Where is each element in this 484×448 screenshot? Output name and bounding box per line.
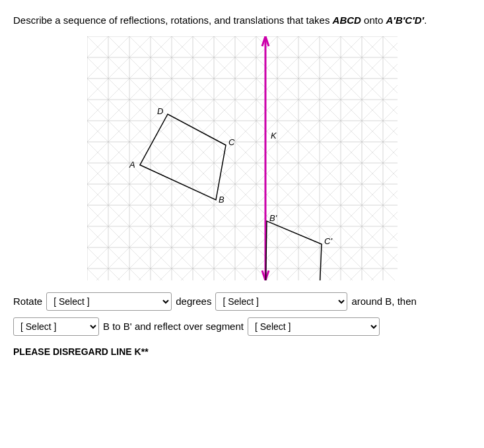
question-line3: .	[424, 15, 427, 26]
graph-container	[13, 36, 471, 280]
coordinate-graph	[87, 36, 398, 280]
select-rotate-type[interactable]: [ Select ]	[46, 292, 172, 311]
controls-row2: [ Select ] B to B' and reflect over segm…	[13, 317, 471, 336]
select-translate[interactable]: [ Select ]	[13, 317, 99, 336]
select-degrees[interactable]: [ Select ]	[215, 292, 347, 311]
question-math2: A′B′C′D′	[386, 15, 424, 26]
question-line1: Describe a sequence of reflections, rota…	[13, 15, 333, 26]
rotate-label: Rotate	[13, 296, 42, 307]
question-math1: ABCD	[333, 15, 361, 26]
disclaimer: PLEASE DISREGARD LINE K**	[13, 346, 471, 357]
degrees-label: degrees	[176, 296, 211, 307]
select-segment[interactable]: [ Select ]	[248, 317, 380, 336]
controls-row1: Rotate [ Select ] degrees [ Select ] aro…	[13, 292, 471, 311]
question-line2: onto	[361, 15, 386, 26]
segment-label: B to B' and reflect over segment	[103, 321, 244, 332]
around-label: around B, then	[351, 296, 416, 307]
question-text: Describe a sequence of reflections, rota…	[13, 13, 471, 28]
